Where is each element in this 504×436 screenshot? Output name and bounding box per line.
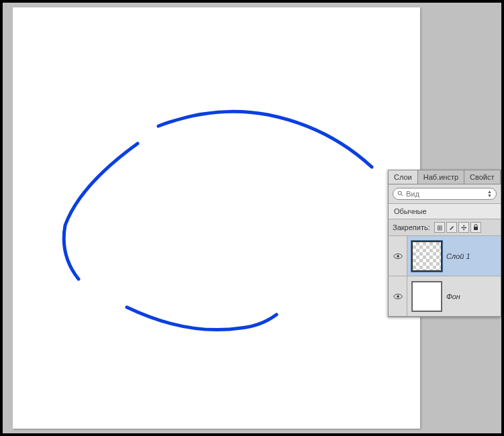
panel-tabs: Слои Наб.инстр Свойст [389,170,501,184]
svg-line-1 [401,195,403,197]
layer-search-row: ▲▼ [389,184,501,204]
curve-bottom [127,307,276,330]
lock-move-icon[interactable]: ✢ [458,222,469,233]
eye-icon [393,293,403,300]
svg-point-4 [397,255,399,258]
visibility-toggle[interactable] [389,236,407,276]
dropdown-arrows-icon[interactable]: ▲▼ [487,190,492,198]
lock-brush-icon[interactable] [446,222,457,233]
search-icon [397,190,404,197]
layer-search-input[interactable] [406,190,487,198]
layer-thumbnail[interactable] [411,241,442,272]
lock-transparency-icon[interactable]: ⊞ [434,222,445,233]
layer-thumbnail[interactable] [411,281,442,312]
layer-name[interactable]: Слой 1 [446,252,470,260]
blend-mode-row[interactable]: Обычные [389,204,501,219]
visibility-toggle[interactable] [389,276,407,316]
svg-point-6 [397,295,399,298]
layer-row[interactable]: Фон [389,276,501,317]
svg-rect-2 [474,227,478,230]
layers-panel: Слои Наб.инстр Свойст ▲▼ Обычные Закрепи… [388,170,501,317]
curve-left [64,144,138,279]
eye-icon [393,253,403,260]
lock-all-icon[interactable] [470,222,481,233]
canvas[interactable] [13,7,420,429]
workspace: Слои Наб.инстр Свойст ▲▼ Обычные Закрепи… [3,3,501,433]
lock-label: Закрепить: [393,223,430,231]
curve-top [158,111,372,167]
tab-properties[interactable]: Свойст [464,170,500,184]
layer-name[interactable]: Фон [446,292,460,301]
tab-layers[interactable]: Слои [389,170,418,184]
svg-point-0 [398,191,401,195]
tab-toolsets[interactable]: Наб.инстр [418,170,464,184]
layers-list: Слой 1 Фон [389,236,501,317]
lock-row: Закрепить: ⊞ ✢ [389,219,501,236]
layer-search-field[interactable]: ▲▼ [393,188,497,200]
layer-row[interactable]: Слой 1 [389,236,501,276]
